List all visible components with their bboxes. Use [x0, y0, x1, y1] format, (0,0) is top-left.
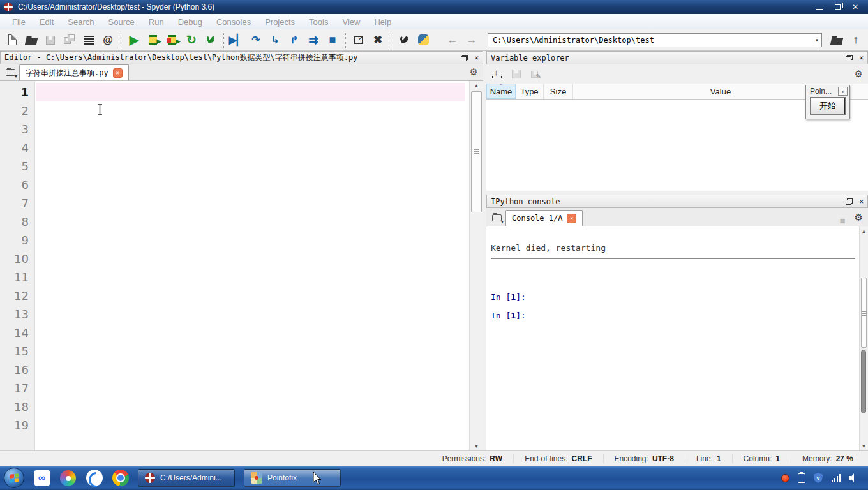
browse-tabs-icon — [492, 214, 502, 221]
menu-item[interactable]: Consoles — [209, 17, 258, 27]
console-vertical-scrollbar[interactable]: ▲ ▼ — [859, 226, 868, 450]
start-button[interactable] — [4, 468, 24, 488]
tab-close-icon[interactable]: ✕ — [567, 214, 576, 223]
console-output-area[interactable]: Kernel died, restarting In [1]:In [1]: — [486, 226, 868, 450]
menu-item[interactable]: Help — [367, 17, 398, 27]
browse-directory-button[interactable] — [827, 31, 846, 49]
window-titlebar: C:/Users/Administrator/Desktop/test - Sp… — [0, 0, 868, 14]
debug-file-button[interactable]: ▶▏ — [227, 31, 246, 49]
console-inner-scrollbar-thumb[interactable] — [861, 350, 866, 413]
console-options-gear-icon[interactable]: ⚙ — [855, 212, 863, 223]
file-switcher-button[interactable] — [79, 31, 98, 49]
maximize-pane-button[interactable] — [349, 31, 368, 49]
pointofix-window: Poin... x 开始 — [805, 85, 850, 119]
import-data-button[interactable] — [491, 69, 502, 79]
variable-explorer-gear-icon[interactable]: ⚙ — [855, 68, 863, 80]
forward-button[interactable]: → — [462, 31, 481, 49]
minimize-button[interactable] — [811, 1, 828, 13]
undock-icon[interactable] — [461, 55, 468, 61]
open-file-button[interactable] — [22, 31, 41, 49]
editor-options-gear-icon[interactable]: ⚙ — [470, 66, 478, 78]
maximize-pane-icon — [354, 36, 363, 44]
run-settings-button[interactable] — [201, 31, 220, 49]
browse-tabs-button[interactable]: ▾ — [3, 65, 18, 79]
back-button[interactable]: ← — [443, 31, 462, 49]
forward-icon: → — [467, 34, 477, 47]
menu-item[interactable]: Search — [61, 17, 101, 27]
save-data-as-button[interactable]: ✎ — [531, 71, 538, 78]
console-scrollbar-thumb[interactable] — [861, 278, 867, 348]
menu-item[interactable]: Projects — [258, 17, 302, 27]
rerun-cell-button[interactable]: ↻ — [182, 31, 201, 49]
step-into-button[interactable]: ↳ — [266, 31, 285, 49]
scroll-down-icon[interactable]: ▼ — [860, 442, 868, 450]
clipboard-tray-icon[interactable] — [798, 473, 805, 483]
tab-close-icon[interactable]: ✕ — [113, 68, 123, 78]
run-cell-advance-icon — [168, 35, 176, 45]
taskbar-app-netdisk[interactable]: ∞ — [33, 470, 50, 487]
preferences-button[interactable] — [394, 31, 414, 49]
fullscreen-button[interactable]: ✖ — [368, 31, 387, 49]
close-icon: x — [842, 89, 844, 94]
stop-debug-button[interactable]: ■ — [323, 31, 342, 49]
editor-vertical-scrollbar[interactable]: ▲ ▼ — [469, 81, 483, 450]
line-number-gutter[interactable]: 12345678910111213141516171819 — [0, 81, 35, 450]
menu-item[interactable]: Edit — [33, 17, 61, 27]
column-header-type[interactable]: Type — [516, 84, 544, 99]
taskbar-app-paint[interactable] — [59, 470, 77, 487]
restore-button[interactable] — [828, 1, 846, 13]
scroll-up-icon[interactable]: ▲ — [860, 226, 868, 235]
new-file-button[interactable] — [3, 31, 22, 49]
undock-icon[interactable] — [846, 198, 853, 205]
continue-button[interactable]: ⇉ — [304, 31, 323, 49]
run-cell-button[interactable] — [144, 31, 163, 49]
scroll-up-icon[interactable]: ▲ — [470, 81, 483, 90]
find-symbols-button[interactable]: @ — [98, 31, 117, 49]
menu-item[interactable]: Run — [142, 17, 171, 27]
editor-file-tab[interactable]: 字符串拼接注意事项.py ✕ — [19, 64, 129, 80]
step-over-icon: ↷ — [251, 34, 260, 46]
console-tab[interactable]: Console 1/A ✕ — [505, 210, 583, 226]
status-bar: Permissions:RW End-of-lines:CRLF Encodin… — [0, 450, 868, 466]
menu-bar: FileEditSearchSourceRunDebugConsolesProj… — [0, 14, 868, 29]
console-prompt: In [1]: — [491, 311, 855, 320]
close-button[interactable]: ✕ — [846, 1, 864, 13]
save-button[interactable] — [41, 31, 60, 49]
save-all-button[interactable] — [60, 31, 79, 49]
editor-scrollbar-thumb[interactable] — [471, 91, 482, 212]
parent-directory-button[interactable]: ↑ — [846, 31, 865, 49]
editor-code-area[interactable]: 12345678910111213141516171819 ▲ ▼ — [0, 81, 483, 450]
menu-item[interactable]: Debug — [171, 17, 209, 27]
menu-item[interactable]: File — [5, 17, 33, 27]
toolbar-separator — [345, 33, 346, 48]
recording-indicator-icon[interactable] — [781, 474, 789, 482]
taskbar-app-browser[interactable] — [86, 470, 103, 487]
close-pane-icon[interactable]: ✕ — [859, 197, 864, 205]
security-shield-icon[interactable]: v — [814, 473, 823, 483]
step-return-button[interactable]: ↱ — [285, 31, 304, 49]
scroll-down-icon[interactable]: ▼ — [470, 442, 483, 450]
menu-item[interactable]: Source — [101, 17, 142, 27]
close-pane-icon[interactable]: ✕ — [859, 54, 864, 62]
network-signal-icon[interactable] — [832, 473, 841, 482]
python-button[interactable] — [414, 31, 433, 49]
volume-icon[interactable] — [849, 473, 858, 482]
pointofix-close-button[interactable]: x — [838, 87, 848, 96]
pointofix-start-button[interactable]: 开始 — [811, 98, 845, 114]
menu-item[interactable]: Tools — [302, 17, 335, 27]
undock-icon[interactable] — [846, 55, 853, 61]
close-pane-icon[interactable]: ✕ — [474, 54, 479, 62]
run-file-button[interactable]: ▶ — [124, 31, 144, 49]
working-directory-combo[interactable]: C:\Users\Administrator\Desktop\test ▾ — [488, 33, 822, 47]
save-data-button[interactable] — [512, 70, 521, 78]
interrupt-kernel-icon[interactable]: ■ — [839, 215, 845, 226]
column-header-name[interactable]: ˆ Name — [486, 84, 516, 99]
step-over-button[interactable]: ↷ — [246, 31, 266, 49]
column-header-size[interactable]: Size — [544, 84, 573, 99]
run-cell-advance-button[interactable] — [163, 31, 182, 49]
taskbar-app-chrome[interactable] — [112, 470, 129, 487]
taskbar-window-pointofix[interactable]: Pointofix — [244, 469, 341, 487]
browse-tabs-button[interactable]: ▾ — [489, 211, 504, 225]
menu-item[interactable]: View — [335, 17, 367, 27]
taskbar-window-spyder[interactable]: C:/Users/Admini... — [138, 469, 235, 487]
